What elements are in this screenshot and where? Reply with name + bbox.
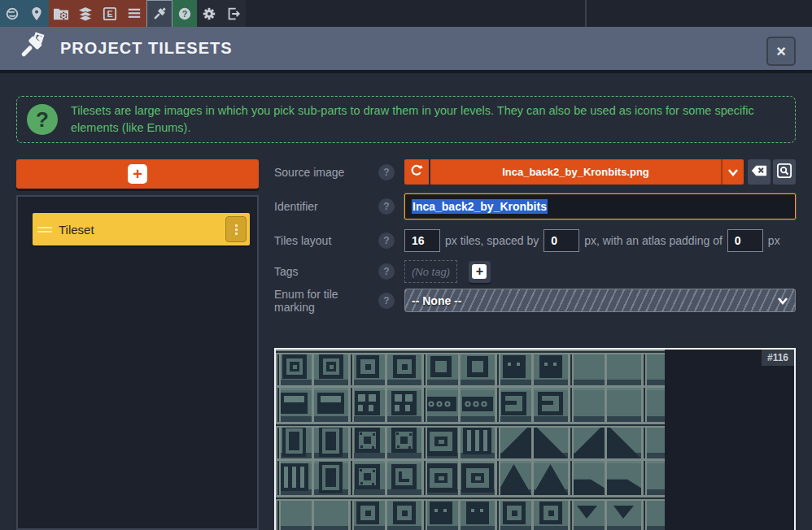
add-tileset-button[interactable]: + xyxy=(16,159,259,189)
help-callout: ? Tilesets are large images in which you… xyxy=(16,96,796,143)
enum-marking-row: Enum for tile marking ? -- None -- xyxy=(274,289,796,312)
panel-header: PROJECT TILESETS × xyxy=(0,27,812,73)
locations-button[interactable] xyxy=(24,0,49,27)
map-pin-icon xyxy=(30,7,43,21)
toolbar-divider xyxy=(585,0,587,27)
source-image-dropdown-button[interactable] xyxy=(721,159,744,185)
globe-icon xyxy=(5,7,20,21)
tags-row: Tags ? (No tag) + xyxy=(274,260,796,283)
chevron-down-icon xyxy=(727,165,739,180)
chevron-down-icon xyxy=(777,293,788,308)
layers-button[interactable] xyxy=(73,0,98,27)
world-button[interactable] xyxy=(0,0,24,27)
tiles-layout-row: Tiles layout ? px tiles, spaced by px, w… xyxy=(274,229,796,252)
help-badge[interactable]: ? xyxy=(378,293,395,309)
help-text: Tilesets are large images in which you p… xyxy=(71,102,785,137)
help-badge[interactable]: ? xyxy=(378,198,395,215)
magnifier-icon xyxy=(777,163,792,181)
svg-text:?: ? xyxy=(182,9,188,19)
drag-handle-icon[interactable] xyxy=(37,227,52,232)
backspace-clear-icon xyxy=(751,164,767,180)
entity-e-icon: E xyxy=(103,7,117,21)
enums-button[interactable] xyxy=(122,0,146,27)
paintbrush-header-icon xyxy=(15,31,47,67)
settings-button[interactable] xyxy=(197,0,221,27)
tiles-layout-label: Tiles layout xyxy=(274,234,378,247)
exit-door-icon xyxy=(226,7,241,21)
top-toolbar: E ? xyxy=(0,0,812,27)
exit-button[interactable] xyxy=(221,0,246,27)
project-settings-button[interactable] xyxy=(49,0,73,27)
identifier-input[interactable]: Inca_back2_by_Kronbits xyxy=(404,193,796,219)
plus-icon: + xyxy=(472,264,487,279)
question-icon: ? xyxy=(177,7,192,21)
refresh-icon xyxy=(409,163,424,181)
help-button[interactable]: ? xyxy=(172,0,197,27)
folder-gear-icon xyxy=(53,7,69,21)
tileset-list: Tileset xyxy=(16,195,259,530)
clear-image-button[interactable] xyxy=(748,159,771,185)
tile-count-badge: #116 xyxy=(762,350,794,366)
atlas-padding-text: px, with an atlas padding of xyxy=(584,234,723,247)
add-tag-button[interactable]: + xyxy=(469,261,491,283)
padding-input[interactable] xyxy=(727,229,763,252)
tileset-list-item[interactable]: Tileset xyxy=(33,213,250,245)
tags-label: Tags xyxy=(274,265,378,278)
kebab-menu-button[interactable] xyxy=(225,216,247,242)
enum-selected-value: -- None -- xyxy=(412,294,777,307)
px-text: px xyxy=(768,234,780,247)
locate-file-button[interactable] xyxy=(773,159,796,185)
svg-text:E: E xyxy=(107,9,112,19)
list-icon xyxy=(127,7,142,21)
help-badge[interactable]: ? xyxy=(378,164,395,180)
plus-icon: + xyxy=(128,164,147,184)
enum-marking-label: Enum for tile marking xyxy=(274,288,378,314)
spaced-by-text: px tiles, spaced by xyxy=(445,234,539,247)
close-button[interactable]: × xyxy=(766,37,796,66)
source-image-row: Source image ? Inca_back2_by_Kronbits.pn… xyxy=(274,159,796,185)
source-image-label: Source image xyxy=(274,166,378,179)
layers-icon xyxy=(77,7,94,21)
entities-button[interactable]: E xyxy=(98,0,122,27)
refresh-image-button[interactable] xyxy=(404,159,429,185)
selected-text: Inca_back2_by_Kronbits xyxy=(412,199,548,214)
gear-icon xyxy=(202,7,216,21)
no-tag-placeholder: (No tag) xyxy=(404,260,457,283)
help-badge[interactable]: ? xyxy=(378,232,395,249)
tilesets-button[interactable] xyxy=(146,0,172,27)
help-badge[interactable]: ? xyxy=(378,263,395,280)
source-image-file-button[interactable]: Inca_back2_by_Kronbits.png xyxy=(430,159,721,185)
question-circle-icon: ? xyxy=(27,104,58,135)
tileset-item-label: Tileset xyxy=(59,223,225,237)
enum-select[interactable]: -- None -- xyxy=(404,289,796,312)
identifier-row: Identifier ? Inca_back2_by_Kronbits xyxy=(274,193,796,219)
identifier-label: Identifier xyxy=(274,200,378,213)
tileset-preview-image xyxy=(276,350,665,530)
page-title: PROJECT TILESETS xyxy=(60,39,233,58)
tileset-preview-panel: #116 xyxy=(274,348,796,530)
tile-size-input[interactable] xyxy=(404,229,440,252)
paintbrush-icon xyxy=(151,6,168,22)
spacing-input[interactable] xyxy=(544,229,579,252)
